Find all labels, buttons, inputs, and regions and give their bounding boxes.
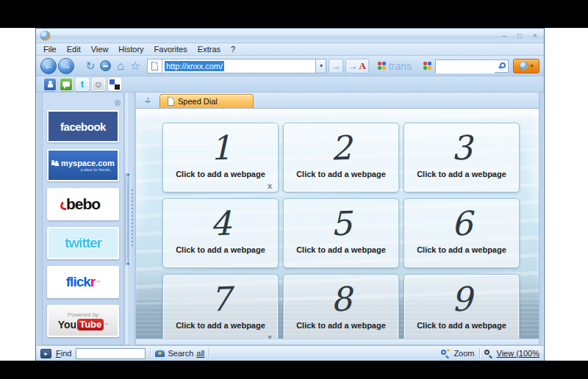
cell-number: 6 bbox=[404, 197, 520, 242]
app-logo-globe-icon bbox=[40, 31, 50, 40]
home-button[interactable]: ⌂ bbox=[113, 59, 128, 73]
bebo-logo: bebo bbox=[66, 195, 100, 213]
myspace-people-icon bbox=[51, 160, 59, 166]
forward-button[interactable]: → bbox=[58, 58, 74, 74]
zoom-icon bbox=[441, 350, 449, 358]
cell-close-icon[interactable]: x bbox=[268, 333, 272, 339]
menu-bar: File Edit View History Favorites Extras … bbox=[36, 43, 544, 56]
cell-label: Click to add a webpage bbox=[404, 321, 519, 330]
search-engine-icon[interactable] bbox=[423, 62, 431, 70]
cell-label: Click to add a webpage bbox=[163, 170, 278, 178]
cell-close-icon[interactable]: x bbox=[268, 181, 272, 190]
cell-label: Click to add a webpage bbox=[284, 245, 398, 254]
refresh-button[interactable]: ↻ bbox=[83, 59, 98, 73]
search-all-button[interactable]: Search all bbox=[155, 349, 204, 358]
panel-toggle-button[interactable]: ▸ bbox=[40, 349, 51, 358]
tab-bar: ↔↕ Speed Dial bbox=[136, 93, 539, 109]
stop-button[interactable] bbox=[100, 60, 111, 71]
sidebar-item-facebook[interactable]: facebook bbox=[47, 110, 119, 142]
view-zoom-level-button[interactable]: View (100% bbox=[497, 349, 540, 358]
sidebar-scrollbar[interactable] bbox=[124, 93, 129, 345]
maximize-button[interactable]: □ bbox=[515, 32, 524, 40]
open-in-external-button[interactable]: → A bbox=[345, 59, 368, 73]
navigation-toolbar: ← → ↻ ⌂ ☆ http://xnxx.com/ ▾ → → A trans bbox=[36, 56, 544, 76]
digg-icon[interactable] bbox=[43, 78, 57, 91]
twitter-icon[interactable]: t bbox=[76, 78, 89, 91]
letterbox-top bbox=[0, 0, 588, 28]
back-button[interactable]: ← bbox=[40, 58, 57, 74]
chat-bubble-icon[interactable] bbox=[60, 78, 73, 91]
sidebar-close-icon[interactable]: ⊗ bbox=[114, 98, 121, 107]
cell-label: Click to add a webpage bbox=[284, 321, 398, 330]
zoom-button[interactable]: Zoom bbox=[453, 349, 474, 358]
cell-number: 9 bbox=[404, 272, 520, 317]
menu-history[interactable]: History bbox=[118, 45, 143, 54]
status-bar: ▸ Find Search all Zoom View (100% bbox=[36, 345, 544, 361]
cell-number: 7 bbox=[162, 272, 279, 317]
flickr-logo-pink: r bbox=[90, 274, 96, 290]
cell-label: Click to add a webpage bbox=[404, 245, 519, 254]
menu-edit[interactable]: Edit bbox=[67, 45, 81, 54]
search-all-prefix: Search bbox=[168, 349, 193, 358]
title-bar: – □ × bbox=[36, 29, 544, 43]
facebook-logo: facebook bbox=[60, 120, 106, 133]
twitter-logo: twitter bbox=[65, 235, 101, 251]
speed-dial-cell-3[interactable]: 3 Click to add a webpage bbox=[404, 123, 520, 192]
speed-dial-cell-8[interactable]: 8 Click to add a webpage bbox=[283, 274, 399, 339]
browser-mode-button[interactable]: ▾ bbox=[513, 59, 539, 73]
sidebar-item-flickr[interactable]: flickr™ bbox=[47, 266, 119, 298]
tab-speed-dial[interactable]: Speed Dial bbox=[159, 94, 254, 108]
status-right: Zoom View (100% bbox=[441, 348, 539, 358]
cell-label: Click to add a webpage bbox=[163, 321, 278, 330]
speed-dial-cell-9[interactable]: 9 Click to add a webpage bbox=[404, 274, 520, 339]
speed-dial-cell-1[interactable]: 1 Click to add a webpage x bbox=[162, 123, 279, 192]
social-sidebar: ⊗ facebook myspace.com a place for frien… bbox=[42, 93, 124, 345]
address-input[interactable]: http://xnxx.com/ bbox=[162, 59, 315, 73]
menu-help[interactable]: ? bbox=[231, 45, 235, 54]
speed-dial-cell-6[interactable]: 6 Click to add a webpage bbox=[404, 198, 520, 268]
myspace-logo: myspace.com bbox=[61, 159, 115, 167]
cell-label: Click to add a webpage bbox=[163, 245, 278, 254]
speed-dial-cell-2[interactable]: 2 Click to add a webpage bbox=[283, 123, 399, 192]
find-label[interactable]: Find bbox=[56, 349, 71, 358]
tab-page-icon bbox=[168, 97, 174, 106]
search-all-icon bbox=[155, 350, 165, 357]
go-button[interactable]: → bbox=[329, 59, 343, 73]
find-input[interactable] bbox=[76, 348, 146, 359]
sidebar-item-bebo[interactable]: bebo bbox=[47, 188, 119, 220]
speed-dial-cell-7[interactable]: 7 Click to add a webpage x bbox=[162, 274, 279, 339]
cell-label: Click to add a webpage bbox=[284, 170, 398, 178]
youtube-logo-you: You bbox=[58, 319, 76, 331]
translate-button[interactable]: trans bbox=[378, 60, 412, 72]
content-area: ↔↕ Speed Dial 1 Click to add a webpage x bbox=[135, 93, 539, 345]
sidebar-scrollbar-thumb[interactable] bbox=[125, 173, 129, 265]
speed-dial-cell-4[interactable]: 4 Click to add a webpage bbox=[162, 198, 279, 268]
youtube-tm: ™ bbox=[104, 322, 108, 327]
speed-dial-cell-5[interactable]: 5 Click to add a webpage bbox=[283, 198, 399, 268]
menu-file[interactable]: File bbox=[43, 45, 57, 54]
youtube-logo-tube: Tube bbox=[77, 319, 104, 331]
page-icon bbox=[147, 59, 162, 73]
sidebar-item-myspace[interactable]: myspace.com a place for friends.. bbox=[47, 149, 119, 181]
address-dropdown-button[interactable]: ▾ bbox=[315, 59, 326, 73]
minimize-button[interactable]: – bbox=[500, 32, 509, 40]
menu-extras[interactable]: Extras bbox=[198, 45, 220, 54]
delicious-icon[interactable] bbox=[108, 78, 121, 91]
menu-view[interactable]: View bbox=[91, 45, 109, 54]
cell-number: 5 bbox=[283, 197, 399, 242]
search-input[interactable] bbox=[436, 62, 495, 73]
browser-window: – □ × File Edit View History Favorites E… bbox=[35, 28, 545, 361]
tab-scroll-move-icon[interactable]: ↔↕ bbox=[142, 94, 154, 106]
horizontal-scrollbar[interactable] bbox=[136, 339, 539, 344]
close-button[interactable]: × bbox=[531, 32, 539, 40]
sidebar-splitter[interactable] bbox=[129, 93, 135, 345]
menu-favorites[interactable]: Favorites bbox=[154, 45, 187, 54]
favorites-star-button[interactable]: ☆ bbox=[128, 59, 143, 73]
youtube-powered-by: Powered by bbox=[68, 311, 98, 318]
search-magnifier-icon[interactable] bbox=[500, 62, 506, 68]
myspace-tagline: a place for friends.. bbox=[80, 167, 112, 172]
sidebar-item-youtube[interactable]: Powered by You Tube ™ bbox=[47, 305, 119, 337]
reddit-icon[interactable]: ☺ bbox=[92, 78, 105, 91]
sidebar-item-twitter[interactable]: twitter bbox=[47, 227, 119, 259]
flickr-tm: ™ bbox=[96, 280, 100, 284]
